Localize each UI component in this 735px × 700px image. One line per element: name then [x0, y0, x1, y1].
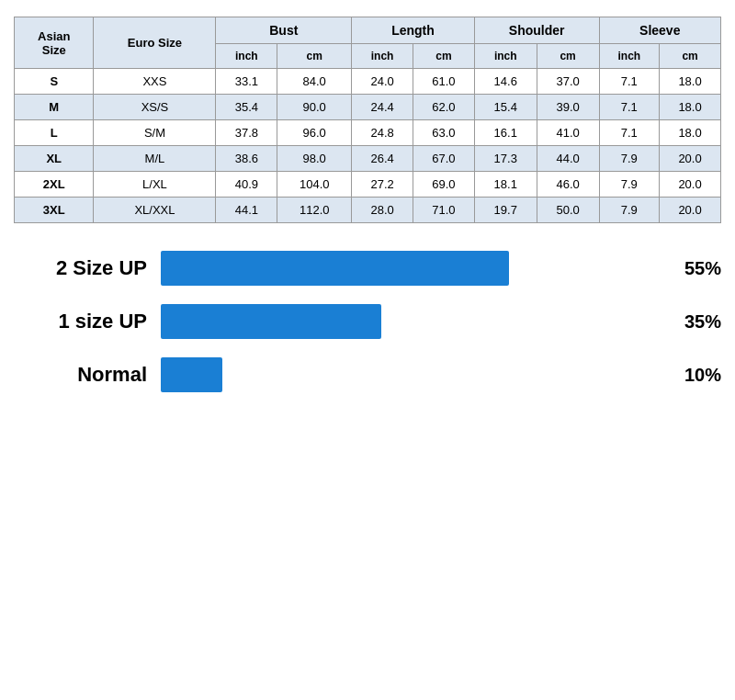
length-inch-cell: 27.2 — [352, 172, 413, 198]
asian-size-col-header: AsianSize — [15, 17, 94, 69]
bust-inch-cell: 40.9 — [216, 172, 277, 198]
sleeve-inch-cell: 7.1 — [599, 120, 660, 146]
shoulder-cm-cell: 50.0 — [537, 198, 599, 223]
chart-row-1: 1 size UP 35% — [14, 304, 721, 339]
length-col-header: Length — [352, 17, 475, 44]
chart-label-0: 2 Size UP — [14, 256, 147, 280]
sleeve-inch-cell: 7.9 — [599, 146, 660, 172]
shoulder-cm-cell: 44.0 — [537, 146, 599, 172]
bust-inch-cell: 33.1 — [216, 69, 277, 95]
chart-bar-container-2 — [161, 357, 673, 392]
bust-cm-cell: 104.0 — [277, 172, 352, 198]
euro-size-cell: M/L — [94, 146, 216, 172]
sleeve-inch-header: inch — [599, 44, 660, 69]
length-inch-header: inch — [352, 44, 413, 69]
euro-size-cell: XS/S — [94, 95, 216, 120]
shoulder-inch-cell: 14.6 — [474, 69, 537, 95]
shoulder-cm-cell: 37.0 — [537, 69, 599, 95]
asian-size-cell: S — [15, 69, 94, 95]
euro-size-col-header: Euro Size — [94, 17, 216, 69]
table-row: L S/M 37.8 96.0 24.8 63.0 16.1 41.0 7.1 … — [15, 120, 721, 146]
sleeve-col-header: Sleeve — [599, 17, 720, 44]
chart-row-2: Normal 10% — [14, 357, 721, 392]
length-inch-cell: 24.8 — [352, 120, 413, 146]
chart-label-1: 1 size UP — [14, 310, 147, 333]
sleeve-cm-cell: 18.0 — [660, 69, 721, 95]
bust-cm-header: cm — [277, 44, 352, 69]
length-inch-cell: 28.0 — [352, 198, 413, 223]
length-cm-cell: 62.0 — [413, 95, 475, 120]
length-cm-cell: 61.0 — [413, 69, 475, 95]
asian-size-cell: L — [15, 120, 94, 146]
shoulder-inch-cell: 15.4 — [474, 95, 537, 120]
asian-size-cell: 2XL — [15, 172, 94, 198]
sleeve-inch-cell: 7.9 — [599, 198, 660, 223]
table-row: 2XL L/XL 40.9 104.0 27.2 69.0 18.1 46.0 … — [15, 172, 721, 198]
asian-size-cell: 3XL — [15, 198, 94, 223]
euro-size-cell: L/XL — [94, 172, 216, 198]
shoulder-col-header: Shoulder — [474, 17, 599, 44]
sleeve-cm-header: cm — [660, 44, 721, 69]
bust-inch-header: inch — [216, 44, 277, 69]
shoulder-inch-cell: 16.1 — [474, 120, 537, 146]
length-cm-cell: 67.0 — [413, 146, 475, 172]
euro-size-cell: XL/XXL — [94, 198, 216, 223]
shoulder-inch-cell: 19.7 — [474, 198, 537, 223]
table-row: 3XL XL/XXL 44.1 112.0 28.0 71.0 19.7 50.… — [15, 198, 721, 223]
length-cm-cell: 69.0 — [413, 172, 475, 198]
sleeve-inch-cell: 7.1 — [599, 69, 660, 95]
sleeve-cm-cell: 20.0 — [660, 198, 721, 223]
bust-cm-cell: 84.0 — [277, 69, 352, 95]
shoulder-cm-cell: 46.0 — [537, 172, 599, 198]
sleeve-cm-cell: 18.0 — [660, 95, 721, 120]
euro-size-cell: S/M — [94, 120, 216, 146]
bust-inch-cell: 38.6 — [216, 146, 277, 172]
bust-cm-cell: 90.0 — [277, 95, 352, 120]
sleeve-cm-cell: 18.0 — [660, 120, 721, 146]
length-inch-cell: 24.0 — [352, 69, 413, 95]
shoulder-inch-cell: 17.3 — [474, 146, 537, 172]
sleeve-cm-cell: 20.0 — [660, 172, 721, 198]
euro-size-cell: XXS — [94, 69, 216, 95]
shoulder-cm-header: cm — [537, 44, 599, 69]
shoulder-inch-header: inch — [474, 44, 537, 69]
sleeve-inch-cell: 7.9 — [599, 172, 660, 198]
length-cm-cell: 63.0 — [413, 120, 475, 146]
bust-inch-cell: 37.8 — [216, 120, 277, 146]
chart-percent-2: 10% — [684, 365, 721, 386]
bust-cm-cell: 98.0 — [277, 146, 352, 172]
chart-bar-container-0 — [161, 251, 673, 286]
sleeve-cm-cell: 20.0 — [660, 146, 721, 172]
chart-bar-0 — [161, 251, 509, 286]
size-table: AsianSize Euro Size Bust Length Shoulder… — [14, 17, 721, 223]
shoulder-cm-cell: 39.0 — [537, 95, 599, 120]
chart-row-0: 2 Size UP 55% — [14, 251, 721, 286]
shoulder-cm-cell: 41.0 — [537, 120, 599, 146]
length-inch-cell: 26.4 — [352, 146, 413, 172]
sleeve-inch-cell: 7.1 — [599, 95, 660, 120]
table-row: XL M/L 38.6 98.0 26.4 67.0 17.3 44.0 7.9… — [15, 146, 721, 172]
asian-size-cell: M — [15, 95, 94, 120]
shoulder-inch-cell: 18.1 — [474, 172, 537, 198]
chart-bar-1 — [161, 304, 381, 339]
chart-bar-container-1 — [161, 304, 673, 339]
length-cm-header: cm — [413, 44, 475, 69]
chart-percent-0: 55% — [684, 258, 721, 279]
bust-cm-cell: 112.0 — [277, 198, 352, 223]
chart-bar-2 — [161, 357, 222, 392]
bust-inch-cell: 35.4 — [216, 95, 277, 120]
table-row: M XS/S 35.4 90.0 24.4 62.0 15.4 39.0 7.1… — [15, 95, 721, 120]
size-recommendation-chart: 2 Size UP 55% 1 size UP 35% Normal 10% — [14, 251, 721, 392]
chart-percent-1: 35% — [684, 311, 721, 333]
length-cm-cell: 71.0 — [413, 198, 475, 223]
asian-size-cell: XL — [15, 146, 94, 172]
chart-label-2: Normal — [14, 363, 147, 387]
bust-col-header: Bust — [216, 17, 352, 44]
bust-cm-cell: 96.0 — [277, 120, 352, 146]
table-row: S XXS 33.1 84.0 24.0 61.0 14.6 37.0 7.1 … — [15, 69, 721, 95]
length-inch-cell: 24.4 — [352, 95, 413, 120]
bust-inch-cell: 44.1 — [216, 198, 277, 223]
